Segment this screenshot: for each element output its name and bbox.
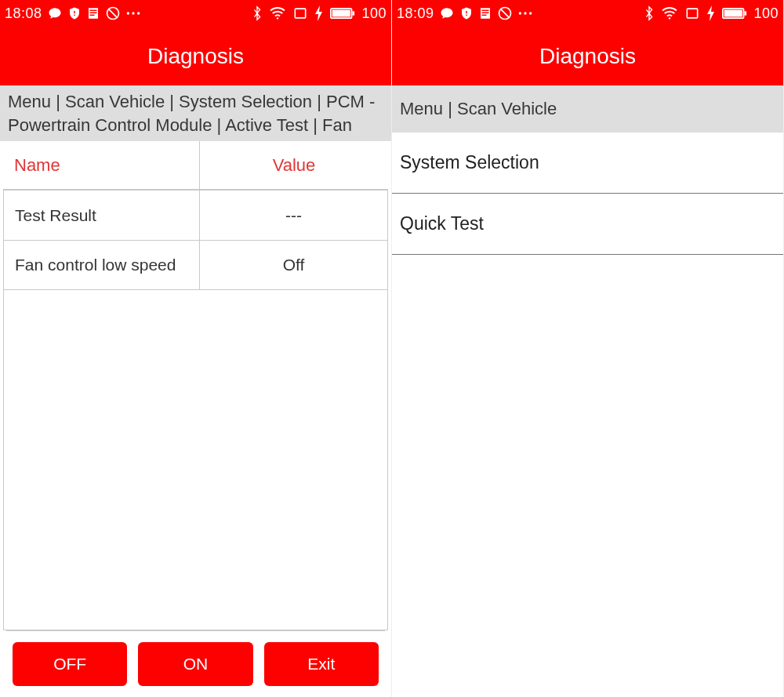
more-icon (517, 10, 533, 16)
menu-item-label: Quick Test (400, 213, 484, 234)
svg-rect-16 (688, 9, 698, 18)
status-left: 18:08 (5, 5, 141, 22)
battery-icon (330, 7, 355, 20)
status-time: 18:08 (5, 5, 42, 22)
shield-icon (67, 5, 82, 21)
svg-rect-19 (745, 11, 747, 15)
app-title: Diagnosis (147, 44, 244, 69)
no-entry-icon (105, 5, 121, 21)
svg-rect-18 (724, 10, 742, 17)
svg-point-15 (669, 17, 670, 19)
svg-point-13 (524, 12, 526, 14)
row-name: Fan control low speed (4, 241, 200, 289)
svg-rect-9 (353, 11, 355, 15)
svg-point-3 (132, 12, 134, 14)
bluetooth-icon (252, 5, 263, 21)
svg-rect-6 (296, 9, 306, 18)
menu-list: System Selection Quick Test (392, 133, 783, 255)
col-header-name: Name (3, 141, 200, 189)
breadcrumb-text: Menu | Scan Vehicle (400, 97, 557, 121)
app-title-bar: Diagnosis (0, 27, 391, 85)
bluetooth-icon (644, 5, 655, 21)
button-bar: OFF ON Exit (6, 630, 385, 697)
status-left: 18:09 (397, 5, 533, 22)
chat-icon (47, 6, 63, 20)
svg-line-1 (108, 9, 118, 18)
news-icon (86, 6, 100, 20)
svg-point-5 (277, 17, 278, 19)
menu-item-quick-test[interactable]: Quick Test (392, 194, 783, 255)
breadcrumb: Menu | Scan Vehicle | System Selection |… (0, 85, 391, 141)
svg-point-14 (529, 12, 532, 14)
phone-left: 18:08 (0, 0, 392, 697)
svg-line-11 (500, 9, 510, 18)
menu-item-label: System Selection (400, 152, 539, 173)
status-time: 18:09 (397, 5, 434, 22)
svg-point-2 (126, 12, 129, 14)
table-header: Name Value (3, 141, 388, 190)
wifi-icon (269, 6, 286, 20)
table-row: Test Result --- (3, 190, 388, 240)
table-row: Fan control low speed Off (3, 240, 388, 290)
exit-button[interactable]: Exit (264, 642, 379, 686)
app-title: Diagnosis (539, 44, 636, 69)
rotation-icon (684, 6, 700, 20)
no-entry-icon (497, 5, 513, 21)
breadcrumb-text: Menu | Scan Vehicle | System Selection |… (8, 90, 383, 136)
svg-rect-8 (332, 10, 350, 17)
status-bar: 18:09 (392, 0, 783, 27)
wifi-icon (661, 6, 678, 20)
row-name: Test Result (4, 191, 200, 240)
rotation-icon (292, 6, 308, 20)
off-button[interactable]: OFF (13, 642, 127, 686)
charging-icon (706, 5, 716, 21)
status-right: 100 (252, 5, 387, 22)
svg-point-4 (137, 12, 140, 14)
more-icon (125, 10, 141, 16)
status-right: 100 (644, 5, 779, 22)
battery-icon (722, 7, 747, 20)
phone-right: 18:09 (392, 0, 784, 697)
app-title-bar: Diagnosis (392, 27, 783, 85)
svg-point-12 (518, 12, 521, 14)
menu-item-system-selection[interactable]: System Selection (392, 133, 783, 194)
chat-icon (439, 6, 455, 20)
news-icon (478, 6, 492, 20)
empty-area (3, 290, 388, 630)
breadcrumb: Menu | Scan Vehicle (392, 85, 783, 133)
charging-icon (314, 5, 324, 21)
on-button[interactable]: ON (138, 642, 252, 686)
battery-percent: 100 (753, 5, 779, 22)
shield-icon (459, 5, 474, 21)
col-header-value: Value (200, 141, 388, 189)
row-value: Off (200, 241, 387, 289)
row-value: --- (200, 191, 387, 240)
status-bar: 18:08 (0, 0, 391, 27)
table-body: Test Result --- Fan control low speed Of… (3, 190, 388, 290)
battery-percent: 100 (361, 5, 387, 22)
